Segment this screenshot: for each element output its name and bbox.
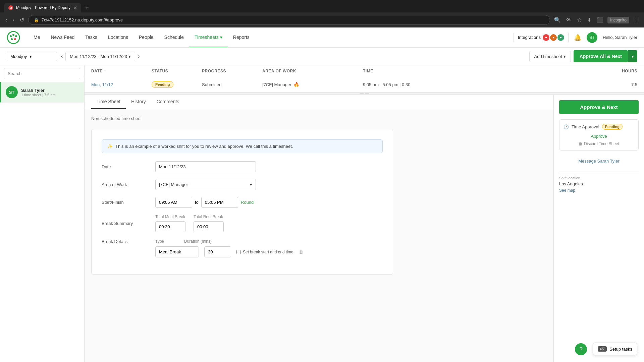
toolbar: Moodjoy ▾ ‹ Mon 11/12/23 - Mon 11/12/23 … [0,48,644,65]
date-input[interactable] [155,161,256,172]
detail-content: Non scheduled time sheet ✨ This is an ex… [85,109,553,281]
back-button[interactable]: ‹ [4,16,8,24]
browser-nav: ‹ › ↺ 🔒 7cf47d19112152.na.deputy.com/#ap… [0,12,644,27]
date-range-text: Mon 11/12/23 - Mon 11/12/23 [70,54,127,59]
break-type-input[interactable] [155,246,199,257]
shift-location-label: Shift location [559,176,639,180]
see-map-link[interactable]: See map [559,188,575,193]
timesheet-form-card: ✨ This is an example of a worked shift f… [91,129,393,275]
set-break-label: Set break start and end time [236,250,293,254]
discard-link[interactable]: 🗑 Discard Time Sheet [564,141,634,146]
tab-timesheet[interactable]: Time Sheet [91,95,126,109]
th-progress: Progress [202,69,262,73]
area-icon: 🔥 [293,82,299,87]
bookmark-button[interactable]: ☆ [576,15,583,24]
help-button[interactable]: ? [575,343,587,355]
date-range[interactable]: Mon 11/12/23 - Mon 11/12/23 ▾ [65,52,135,61]
trash-icon: 🗑 [579,141,583,146]
nav-reports[interactable]: Reports [228,28,255,47]
svg-point-4 [12,34,14,36]
form-input-date [155,161,256,172]
nav-schedule[interactable]: Schedule [159,28,189,47]
rest-break-col: Total Rest Break [194,215,224,232]
area-select[interactable]: [7CF] Manager ▾ [155,179,256,190]
duration-col-label: Duration (mins) [184,239,212,244]
start-time-input[interactable] [155,197,192,208]
resize-handle[interactable]: — — [85,92,644,95]
url-text: 7cf47d19112152.na.deputy.com/#approve [42,17,123,22]
td-date: Mon, 11/12 [91,82,152,87]
rest-break-input[interactable] [194,221,224,232]
toolbar-right: Add timesheet ▾ Approve All & Next ▾ [529,50,637,62]
tab-history[interactable]: History [126,95,151,109]
form-row-area: Area of Work [7CF] Manager ▾ [102,179,383,190]
meal-break-input[interactable] [155,221,185,232]
employee-meta: 1 time sheet | 7.5 hrs [21,93,79,97]
close-tab-icon[interactable]: ✕ [73,5,77,10]
content-area: Date ↑ Status Progress Area of Work Time… [85,65,644,362]
search-button[interactable]: 🔍 [553,15,562,24]
nav-me[interactable]: Me [28,28,45,47]
th-date: Date ↑ [91,69,152,73]
extensions-button[interactable]: ⬛ [595,15,605,24]
table-row[interactable]: Mon, 11/12 Pending Submitted [7CF] Manag… [85,77,644,92]
user-greeting: Hello, Sarah Tyler [603,35,637,40]
approve-all-btn-group: Approve All & Next ▾ [574,50,637,62]
approve-link[interactable]: Approve [564,134,634,139]
nav-locations[interactable]: Locations [103,28,133,47]
browser-tab[interactable]: M Moodjoy - Powered By Deputy ✕ [4,3,81,12]
org-selector[interactable]: Moodjoy ▾ [7,52,57,61]
nav-tasks[interactable]: Tasks [80,28,103,47]
td-time: 9:05 am - 5:05 pm | 0:30 [363,82,464,87]
delete-break-icon[interactable]: 🗑 [299,249,303,254]
approve-next-button[interactable]: Approve & Next [559,100,639,114]
date-range-dropdown-icon: ▾ [128,54,131,59]
info-icon: ✨ [107,144,113,149]
approve-all-dropdown-button[interactable]: ▾ [628,50,637,62]
download-button[interactable]: ⬇ [586,15,593,24]
date-nav: ‹ Mon 11/12/23 - Mon 11/12/23 ▾ › [61,52,140,61]
break-duration-input[interactable] [204,246,231,257]
setup-tasks-widget[interactable]: 4/7 Setup tasks [593,343,637,355]
prev-date-button[interactable]: ‹ [61,53,63,59]
setup-badge: 4/7 [598,346,607,352]
break-summary: Total Meal Break Total Rest Break [155,215,224,232]
nav-people[interactable]: People [133,28,159,47]
tab-comments[interactable]: Comments [151,95,185,109]
nav-timesheets[interactable]: Timesheets ▾ [189,28,228,47]
clock-icon: 🕐 [564,124,569,129]
break-details-header: Type Duration (mins) [155,239,303,244]
non-scheduled-banner: Non scheduled time sheet [91,116,547,124]
integrations-button[interactable]: Integrations ● ● ● [514,32,569,43]
user-avatar: ST [587,32,597,43]
svg-point-5 [15,35,17,37]
set-break-checkbox[interactable] [236,250,241,254]
notification-button[interactable]: 🔔 [574,34,581,41]
td-hours: 7.5 [464,82,637,87]
forward-button[interactable]: › [11,16,15,24]
sidebar: ST Sarah Tyler 1 time sheet | 7.5 hrs 1 … [0,65,85,362]
new-tab-button[interactable]: + [83,3,92,12]
next-date-button[interactable]: › [138,53,140,59]
favicon-icon: M [8,5,13,10]
employee-item[interactable]: ST Sarah Tyler 1 time sheet | 7.5 hrs [0,82,84,103]
sort-icon: ↑ [104,69,106,73]
th-hours: Hours [464,69,637,73]
browser-actions: 🔍 👁 ☆ ⬇ ⬛ Incognito ⋮ [553,15,640,24]
time-approval-label: Time Approval [572,124,599,129]
reader-button[interactable]: 👁 [565,16,573,24]
approve-all-next-button[interactable]: Approve All & Next [574,50,628,62]
round-button[interactable]: Round [241,200,254,205]
form-row-break-details: Break Details Type Duration (mins) [102,239,383,257]
search-input[interactable] [4,68,80,79]
app: Me News Feed Tasks Locations People Sche… [0,27,644,362]
incognito-badge: Incognito [607,17,629,23]
menu-button[interactable]: ⋮ [632,15,640,24]
add-timesheet-button[interactable]: Add timesheet ▾ [529,51,571,62]
message-link[interactable]: Message Sarah Tyler [559,156,639,166]
employee-info: Sarah Tyler 1 time sheet | 7.5 hrs [21,88,79,97]
end-time-input[interactable] [201,197,238,208]
refresh-button[interactable]: ↺ [18,15,25,24]
address-bar[interactable]: 🔒 7cf47d19112152.na.deputy.com/#approve [28,15,550,25]
nav-news-feed[interactable]: News Feed [45,28,80,47]
